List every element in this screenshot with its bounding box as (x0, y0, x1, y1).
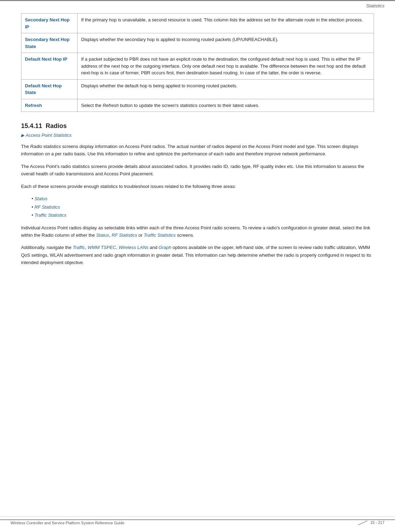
table-cell-label: Secondary Next Hop IP (21, 14, 78, 33)
para3: Each of these screens provide enough sta… (21, 183, 374, 190)
subsection-link[interactable]: ▶ Access Point Statistics (21, 133, 374, 138)
header-title: Statistics (366, 3, 384, 8)
page-footer: Wireless Controller and Service Platform… (0, 519, 395, 526)
para1: The Radio statistics screens display inf… (21, 143, 374, 158)
footer-left: Wireless Controller and Service Platform… (11, 521, 124, 525)
table-cell-description: Select the Refresh button to update the … (78, 99, 374, 112)
table-cell-description: If the primary hop is unavailable, a sec… (78, 14, 374, 33)
table-cell-label: Secondary Next Hop State (21, 33, 78, 53)
page-header: Statistics (0, 1, 395, 10)
table-cell-description: Displays whether the default hop is bein… (78, 79, 374, 99)
main-content: Secondary Next Hop IPIf the primary hop … (0, 10, 395, 292)
table-cell-label: Default Next Hop State (21, 79, 78, 99)
para5: Additionally, navigate the Traffic, WMM … (21, 244, 374, 266)
table-cell-description: If a packet subjected to PBR does not ha… (78, 53, 374, 80)
section-heading: 15.4.11 Radios (21, 122, 374, 130)
footer-line (0, 516, 395, 517)
para2: The Access Point's radio statistics scre… (21, 163, 374, 178)
table-cell-label: Default Next Hop IP (21, 53, 78, 80)
bullet-traffic-statistics: Traffic Statistics (32, 211, 374, 219)
table-cell-label: Refresh (21, 99, 78, 112)
para4: Individual Access Point radios display a… (21, 224, 374, 239)
svg-line-0 (358, 521, 367, 525)
bullet-status: Status (32, 195, 374, 202)
bullet-list: Status RF Statistics Traffic Statistics (32, 195, 374, 219)
subsection-link-text: Access Point Statistics (26, 133, 72, 138)
footer-right: 15 - 217 (357, 520, 384, 526)
subsection-arrow: ▶ (21, 133, 24, 138)
reference-table: Secondary Next Hop IPIf the primary hop … (21, 13, 374, 112)
table-cell-description: Displays whether the secondary hop is ap… (78, 33, 374, 53)
bullet-rf-statistics: RF Statistics (32, 203, 374, 211)
